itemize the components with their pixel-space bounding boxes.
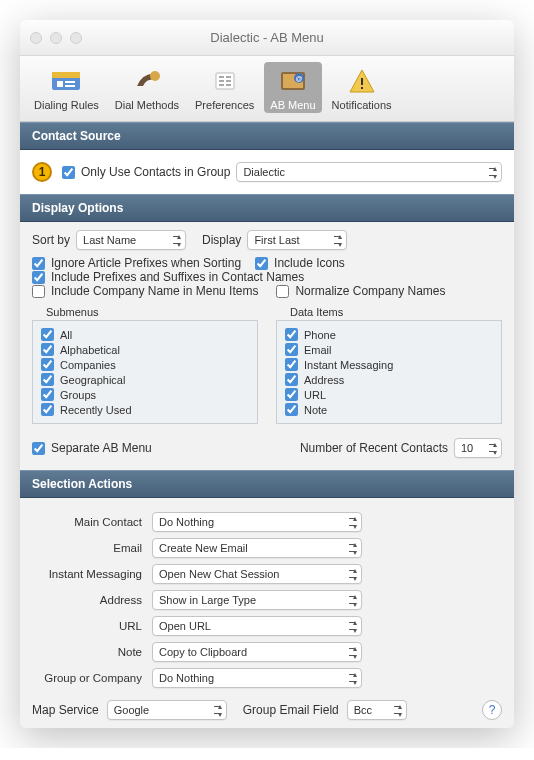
data-item-checkbox[interactable]: [285, 403, 298, 416]
tab-ab-menu[interactable]: @ AB Menu: [264, 62, 321, 113]
submenu-item-checkbox[interactable]: [41, 358, 54, 371]
section-header-selection-actions: Selection Actions: [20, 470, 514, 498]
list-item: Phone: [304, 329, 336, 341]
data-item-checkbox[interactable]: [285, 388, 298, 401]
titlebar: Dialectic - AB Menu: [20, 20, 514, 56]
list-item: Recently Used: [60, 404, 132, 416]
tab-dial-methods[interactable]: Dial Methods: [109, 62, 185, 113]
submenu-item-checkbox[interactable]: [41, 388, 54, 401]
only-use-contacts-label: Only Use Contacts in Group: [81, 165, 230, 179]
note-select[interactable]: Copy to Clipboard▴▾: [152, 642, 362, 662]
select-value: Google: [114, 704, 149, 716]
url-select[interactable]: Open URL▴▾: [152, 616, 362, 636]
action-label: Email: [32, 542, 142, 554]
group-company-select[interactable]: Do Nothing▴▾: [152, 668, 362, 688]
contact-source-panel: 1 Only Use Contacts in Group Dialectic ▴…: [20, 150, 514, 194]
include-prefixes-label: Include Prefixes and Suffixes in Contact…: [51, 270, 304, 284]
zoom-icon[interactable]: [70, 32, 82, 44]
help-button[interactable]: ?: [482, 700, 502, 720]
include-company-checkbox[interactable]: [32, 285, 45, 298]
minimize-icon[interactable]: [50, 32, 62, 44]
tab-label: Preferences: [195, 99, 254, 111]
instant-messaging-select[interactable]: Open New Chat Session▴▾: [152, 564, 362, 584]
email-select[interactable]: Create New Email▴▾: [152, 538, 362, 558]
action-label: Group or Company: [32, 672, 142, 684]
map-service-label: Map Service: [32, 703, 99, 717]
list-item: Alphabetical: [60, 344, 120, 356]
separate-ab-menu-label: Separate AB Menu: [51, 441, 152, 455]
address-select[interactable]: Show in Large Type▴▾: [152, 590, 362, 610]
tab-label: Notifications: [332, 99, 392, 111]
display-options-panel: Sort by Last Name ▴▾ Display First Last …: [20, 222, 514, 470]
submenu-item-checkbox[interactable]: [41, 343, 54, 356]
data-item-checkbox[interactable]: [285, 343, 298, 356]
window-controls: [30, 32, 82, 44]
submenus-listbox: All Alphabetical Companies Geographical …: [32, 320, 258, 424]
sort-by-select[interactable]: Last Name ▴▾: [76, 230, 186, 250]
chevron-updown-icon: ▴▾: [493, 165, 497, 181]
contacts-group-select[interactable]: Dialectic ▴▾: [236, 162, 502, 182]
separate-ab-menu-checkbox[interactable]: [32, 442, 45, 455]
submenu-item-checkbox[interactable]: [41, 403, 54, 416]
list-item: URL: [304, 389, 326, 401]
tab-label: AB Menu: [270, 99, 315, 111]
normalize-names-checkbox[interactable]: [276, 285, 289, 298]
tab-preferences[interactable]: Preferences: [189, 62, 260, 113]
list-item: Geographical: [60, 374, 125, 386]
tab-dialing-rules[interactable]: Dialing Rules: [28, 62, 105, 113]
chevron-updown-icon: ▴▾: [353, 541, 357, 557]
chevron-updown-icon: ▴▾: [338, 233, 342, 249]
section-header-display-options: Display Options: [20, 194, 514, 222]
select-value: Last Name: [83, 234, 136, 246]
data-item-checkbox[interactable]: [285, 373, 298, 386]
sort-by-label: Sort by: [32, 233, 70, 247]
select-value: 10: [461, 442, 473, 454]
select-value: Open URL: [159, 620, 211, 632]
action-label: Main Contact: [32, 516, 142, 528]
main-contact-select[interactable]: Do Nothing▴▾: [152, 512, 362, 532]
include-icons-label: Include Icons: [274, 256, 345, 270]
select-value: Show in Large Type: [159, 594, 256, 606]
data-items-header: Data Items: [290, 306, 502, 318]
svg-rect-8: [226, 76, 231, 78]
include-company-label: Include Company Name in Menu Items: [51, 284, 258, 298]
callout-badge: 1: [32, 162, 52, 182]
dial-methods-icon: [126, 64, 168, 98]
chevron-updown-icon: ▴▾: [493, 441, 497, 457]
toolbar: Dialing Rules Dial Methods Preferences @…: [20, 56, 514, 122]
group-email-select[interactable]: Bcc▴▾: [347, 700, 407, 720]
svg-point-5: [150, 71, 160, 81]
svg-rect-2: [57, 81, 63, 87]
map-service-select[interactable]: Google▴▾: [107, 700, 227, 720]
include-icons-checkbox[interactable]: [255, 257, 268, 270]
tab-label: Dialing Rules: [34, 99, 99, 111]
ab-menu-icon: @: [272, 64, 314, 98]
data-item-checkbox[interactable]: [285, 328, 298, 341]
data-item-checkbox[interactable]: [285, 358, 298, 371]
ignore-prefixes-label: Ignore Article Prefixes when Sorting: [51, 256, 241, 270]
submenus-header: Submenus: [46, 306, 258, 318]
recent-contacts-select[interactable]: 10 ▴▾: [454, 438, 502, 458]
svg-rect-6: [216, 73, 234, 89]
chevron-updown-icon: ▴▾: [218, 703, 222, 719]
only-use-contacts-checkbox[interactable]: [62, 166, 75, 179]
include-prefixes-checkbox[interactable]: [32, 271, 45, 284]
select-value: Do Nothing: [159, 672, 214, 684]
select-value: Dialectic: [243, 166, 285, 178]
list-item: Instant Messaging: [304, 359, 393, 371]
tab-notifications[interactable]: Notifications: [326, 62, 398, 113]
chevron-updown-icon: ▴▾: [353, 567, 357, 583]
submenu-item-checkbox[interactable]: [41, 373, 54, 386]
display-label: Display: [202, 233, 241, 247]
chevron-updown-icon: ▴▾: [353, 645, 357, 661]
data-items-listbox: Phone Email Instant Messaging Address UR…: [276, 320, 502, 424]
display-select[interactable]: First Last ▴▾: [247, 230, 347, 250]
svg-rect-1: [52, 72, 80, 78]
submenu-item-checkbox[interactable]: [41, 328, 54, 341]
ignore-prefixes-checkbox[interactable]: [32, 257, 45, 270]
close-icon[interactable]: [30, 32, 42, 44]
action-label: URL: [32, 620, 142, 632]
list-item: Address: [304, 374, 344, 386]
section-header-contact-source: Contact Source: [20, 122, 514, 150]
chevron-updown-icon: ▴▾: [353, 619, 357, 635]
